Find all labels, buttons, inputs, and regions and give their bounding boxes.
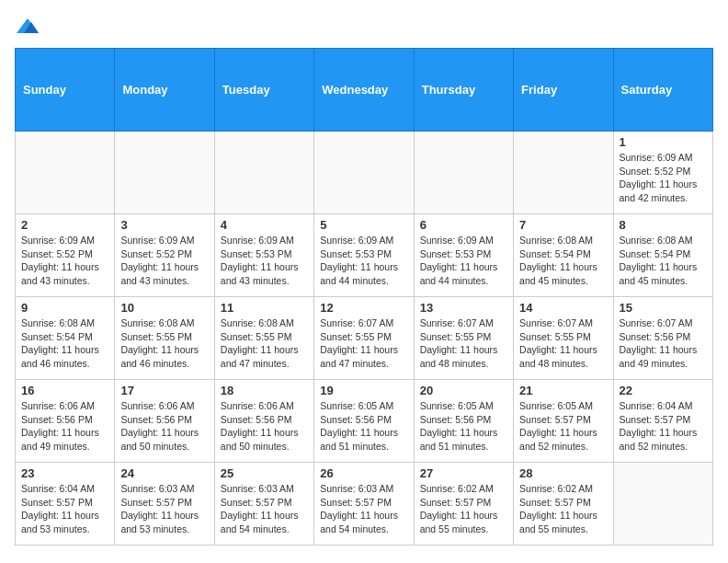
day-info: Sunrise: 6:06 AM Sunset: 5:56 PM Dayligh… [120,399,208,454]
calendar-cell: 12Sunrise: 6:07 AM Sunset: 5:55 PM Dayli… [314,297,414,380]
day-number: 6 [420,218,507,232]
day-info: Sunrise: 6:03 AM Sunset: 5:57 PM Dayligh… [221,482,308,536]
day-number: 26 [320,466,407,480]
day-number: 24 [120,466,208,480]
calendar-cell: 1Sunrise: 6:09 AM Sunset: 5:52 PM Daylig… [613,132,712,214]
calendar-cell: 20Sunrise: 6:05 AM Sunset: 5:56 PM Dayli… [414,380,513,463]
calendar-cell: 17Sunrise: 6:06 AM Sunset: 5:56 PM Dayli… [115,380,214,463]
day-info: Sunrise: 6:08 AM Sunset: 5:55 PM Dayligh… [120,316,208,371]
page-header [15,15,713,40]
calendar-cell: 11Sunrise: 6:08 AM Sunset: 5:55 PM Dayli… [214,297,313,380]
logo [15,15,44,40]
day-number: 8 [620,218,707,232]
day-info: Sunrise: 6:06 AM Sunset: 5:56 PM Dayligh… [21,399,108,454]
weekday-header-thursday: Thursday [414,49,513,132]
calendar-cell: 3Sunrise: 6:09 AM Sunset: 5:52 PM Daylig… [115,214,214,297]
weekday-header-friday: Friday [514,49,613,132]
calendar-cell: 4Sunrise: 6:09 AM Sunset: 5:53 PM Daylig… [214,214,313,297]
calendar-cell: 25Sunrise: 6:03 AM Sunset: 5:57 PM Dayli… [214,463,313,546]
day-info: Sunrise: 6:05 AM Sunset: 5:56 PM Dayligh… [420,399,507,454]
calendar-cell [514,132,613,214]
weekday-header-sunday: Sunday [16,49,115,132]
day-info: Sunrise: 6:07 AM Sunset: 5:56 PM Dayligh… [620,316,707,371]
day-number: 28 [519,466,607,480]
day-number: 9 [21,301,108,315]
week-row-0: 1Sunrise: 6:09 AM Sunset: 5:52 PM Daylig… [16,132,713,214]
day-number: 2 [21,218,108,232]
calendar-cell: 22Sunrise: 6:04 AM Sunset: 5:57 PM Dayli… [613,380,712,463]
week-row-4: 23Sunrise: 6:04 AM Sunset: 5:57 PM Dayli… [16,463,713,546]
calendar-header: SundayMondayTuesdayWednesdayThursdayFrid… [16,49,713,132]
calendar-cell [613,463,712,546]
day-info: Sunrise: 6:04 AM Sunset: 5:57 PM Dayligh… [21,482,108,536]
day-info: Sunrise: 6:05 AM Sunset: 5:56 PM Dayligh… [320,399,407,454]
calendar-cell [414,132,513,214]
day-info: Sunrise: 6:08 AM Sunset: 5:54 PM Dayligh… [620,234,707,288]
week-row-3: 16Sunrise: 6:06 AM Sunset: 5:56 PM Dayli… [16,380,713,463]
day-info: Sunrise: 6:04 AM Sunset: 5:57 PM Dayligh… [620,399,707,454]
week-row-1: 2Sunrise: 6:09 AM Sunset: 5:52 PM Daylig… [16,214,713,297]
day-number: 7 [519,218,607,232]
calendar-cell: 6Sunrise: 6:09 AM Sunset: 5:53 PM Daylig… [414,214,513,297]
day-info: Sunrise: 6:09 AM Sunset: 5:52 PM Dayligh… [21,234,108,288]
day-number: 16 [21,384,108,397]
calendar-cell: 18Sunrise: 6:06 AM Sunset: 5:56 PM Dayli… [214,380,313,463]
day-number: 1 [620,135,707,149]
calendar-cell [16,132,115,214]
calendar-cell: 2Sunrise: 6:09 AM Sunset: 5:52 PM Daylig… [16,214,115,297]
day-info: Sunrise: 6:09 AM Sunset: 5:53 PM Dayligh… [420,234,507,288]
day-info: Sunrise: 6:08 AM Sunset: 5:54 PM Dayligh… [519,234,607,288]
weekday-row: SundayMondayTuesdayWednesdayThursdayFrid… [16,49,713,132]
weekday-header-saturday: Saturday [613,49,712,132]
day-number: 27 [420,466,507,480]
calendar-cell: 16Sunrise: 6:06 AM Sunset: 5:56 PM Dayli… [16,380,115,463]
day-info: Sunrise: 6:09 AM Sunset: 5:52 PM Dayligh… [620,151,707,205]
calendar-cell: 24Sunrise: 6:03 AM Sunset: 5:57 PM Dayli… [115,463,214,546]
calendar-cell: 10Sunrise: 6:08 AM Sunset: 5:55 PM Dayli… [115,297,214,380]
calendar-cell: 14Sunrise: 6:07 AM Sunset: 5:55 PM Dayli… [514,297,613,380]
day-number: 22 [620,384,707,397]
calendar-cell: 21Sunrise: 6:05 AM Sunset: 5:57 PM Dayli… [514,380,613,463]
day-number: 15 [620,301,707,315]
weekday-header-tuesday: Tuesday [214,49,313,132]
day-info: Sunrise: 6:02 AM Sunset: 5:57 PM Dayligh… [519,482,607,536]
calendar-body: 1Sunrise: 6:09 AM Sunset: 5:52 PM Daylig… [16,132,713,546]
day-info: Sunrise: 6:03 AM Sunset: 5:57 PM Dayligh… [320,482,407,536]
calendar-cell: 19Sunrise: 6:05 AM Sunset: 5:56 PM Dayli… [314,380,414,463]
day-info: Sunrise: 6:06 AM Sunset: 5:56 PM Dayligh… [221,399,308,454]
day-info: Sunrise: 6:08 AM Sunset: 5:55 PM Dayligh… [221,316,308,371]
day-info: Sunrise: 6:09 AM Sunset: 5:52 PM Dayligh… [120,234,208,288]
weekday-header-monday: Monday [115,49,214,132]
calendar-cell: 7Sunrise: 6:08 AM Sunset: 5:54 PM Daylig… [514,214,613,297]
day-number: 23 [21,466,108,480]
day-number: 4 [221,218,308,232]
week-row-2: 9Sunrise: 6:08 AM Sunset: 5:54 PM Daylig… [16,297,713,380]
calendar-cell: 13Sunrise: 6:07 AM Sunset: 5:55 PM Dayli… [414,297,513,380]
logo-icon [15,15,40,40]
calendar-cell: 5Sunrise: 6:09 AM Sunset: 5:53 PM Daylig… [314,214,414,297]
day-number: 5 [320,218,407,232]
day-number: 10 [120,301,208,315]
day-info: Sunrise: 6:03 AM Sunset: 5:57 PM Dayligh… [120,482,208,536]
calendar-cell: 23Sunrise: 6:04 AM Sunset: 5:57 PM Dayli… [16,463,115,546]
calendar-cell: 15Sunrise: 6:07 AM Sunset: 5:56 PM Dayli… [613,297,712,380]
calendar-cell: 26Sunrise: 6:03 AM Sunset: 5:57 PM Dayli… [314,463,414,546]
day-number: 20 [420,384,507,397]
day-info: Sunrise: 6:07 AM Sunset: 5:55 PM Dayligh… [420,316,507,371]
day-info: Sunrise: 6:02 AM Sunset: 5:57 PM Dayligh… [420,482,507,536]
calendar-table: SundayMondayTuesdayWednesdayThursdayFrid… [15,48,713,546]
day-info: Sunrise: 6:07 AM Sunset: 5:55 PM Dayligh… [320,316,407,371]
day-number: 3 [120,218,208,232]
calendar-cell [214,132,313,214]
day-info: Sunrise: 6:07 AM Sunset: 5:55 PM Dayligh… [519,316,607,371]
day-info: Sunrise: 6:08 AM Sunset: 5:54 PM Dayligh… [21,316,108,371]
day-number: 25 [221,466,308,480]
calendar-cell [314,132,414,214]
calendar-cell: 27Sunrise: 6:02 AM Sunset: 5:57 PM Dayli… [414,463,513,546]
day-number: 13 [420,301,507,315]
calendar-cell [115,132,214,214]
calendar-cell: 9Sunrise: 6:08 AM Sunset: 5:54 PM Daylig… [16,297,115,380]
day-number: 18 [221,384,308,397]
day-number: 19 [320,384,407,397]
day-number: 12 [320,301,407,315]
